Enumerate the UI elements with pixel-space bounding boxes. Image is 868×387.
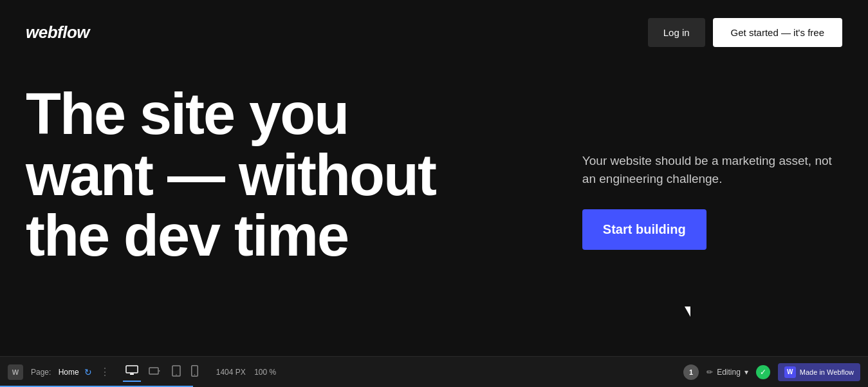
toolbar-zoom: 100 xyxy=(254,368,267,377)
made-in-webflow-label: Made in Webflow xyxy=(800,368,854,376)
svg-rect-1 xyxy=(130,373,134,375)
toolbar-logo: W xyxy=(8,364,23,380)
hero-left: The site you want — without the dev time xyxy=(26,84,557,267)
cursor-icon xyxy=(685,307,690,317)
toolbar-logo-letter: W xyxy=(12,368,19,376)
svg-point-7 xyxy=(194,374,195,375)
svg-point-3 xyxy=(158,370,160,372)
toolbar-page-info: Page: Home ↻ xyxy=(31,367,92,377)
logo: webflow xyxy=(26,23,89,42)
svg-point-5 xyxy=(176,374,177,375)
hero-right: Your website should be a marketing asset… xyxy=(557,84,842,267)
desktop-viewport-icon[interactable] xyxy=(123,363,141,382)
viewport-icons xyxy=(123,363,201,382)
editing-label: Editing xyxy=(717,368,741,377)
toolbar-page-prefix: Page: xyxy=(31,368,51,377)
toolbar-zoom-unit: % xyxy=(270,368,277,377)
bottom-toolbar: W Page: Home ↻ ⋮ xyxy=(0,356,868,387)
toolbar-check-button[interactable]: ✓ xyxy=(756,365,770,379)
headline-line3: the dev time xyxy=(26,203,348,268)
check-icon: ✓ xyxy=(760,368,766,377)
toolbar-width-unit: PX xyxy=(235,368,246,377)
toolbar-user-avatar: 1 xyxy=(683,364,699,380)
main-content: webflow Log in Get started — it's free T… xyxy=(0,0,868,356)
navbar: webflow Log in Get started — it's free xyxy=(0,0,868,64)
get-started-button[interactable]: Get started — it's free xyxy=(713,18,842,47)
toolbar-width: 1404 xyxy=(216,368,234,377)
headline-line2: want — without xyxy=(26,143,436,207)
toolbar-editing-mode[interactable]: ✏ Editing ▾ xyxy=(706,368,748,377)
pen-icon: ✏ xyxy=(706,368,713,377)
toolbar-page-name: Home xyxy=(59,368,79,377)
headline-line1: The site you xyxy=(26,82,348,146)
toolbar-refresh-icon[interactable]: ↻ xyxy=(84,367,92,377)
tablet-landscape-viewport-icon[interactable] xyxy=(146,363,164,381)
webflow-w-icon: W xyxy=(784,366,796,378)
start-building-button[interactable]: Start building xyxy=(582,209,706,250)
made-in-webflow-badge[interactable]: W Made in Webflow xyxy=(778,363,860,381)
toolbar-dimensions: 1404 PX 100 % xyxy=(216,368,276,377)
login-button[interactable]: Log in xyxy=(648,18,705,47)
toolbar-more-options[interactable]: ⋮ xyxy=(97,366,113,378)
hero-section: The site you want — without the dev time… xyxy=(0,64,868,267)
mobile-viewport-icon[interactable] xyxy=(189,363,201,382)
hero-headline: The site you want — without the dev time xyxy=(26,84,557,267)
chevron-down-icon: ▾ xyxy=(744,368,748,377)
nav-buttons: Log in Get started — it's free xyxy=(648,18,842,47)
hero-subtext: Your website should be a marketing asset… xyxy=(582,152,842,189)
svg-rect-2 xyxy=(149,368,158,374)
svg-rect-0 xyxy=(126,366,138,373)
tablet-portrait-viewport-icon[interactable] xyxy=(169,363,183,382)
toolbar-right: 1 ✏ Editing ▾ ✓ W Made in Webflow xyxy=(683,363,860,381)
